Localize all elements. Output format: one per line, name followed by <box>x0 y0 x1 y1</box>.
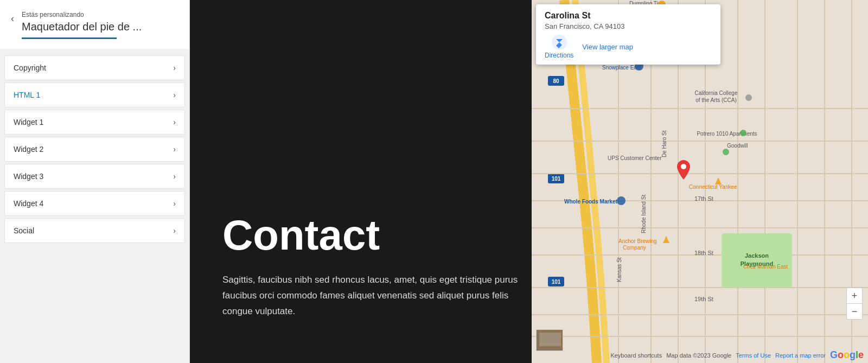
keyboard-shortcuts[interactable]: Keyboard shortcuts <box>610 352 662 359</box>
svg-text:17th St: 17th St <box>694 195 713 202</box>
popup-location-name: Carolina St <box>545 11 712 21</box>
sidebar-items: Copyright › HTML 1 › Widget 1 › Widget 2… <box>0 49 189 363</box>
svg-point-49 <box>723 149 729 155</box>
map-popup: Carolina St San Francisco, CA 94103 Dire… <box>536 4 720 65</box>
chevron-right-icon: › <box>173 172 176 181</box>
svg-text:Rhode Island St: Rhode Island St <box>641 195 647 233</box>
svg-text:18th St: 18th St <box>694 250 713 256</box>
svg-text:101: 101 <box>552 279 561 285</box>
directions-button[interactable]: Directions <box>545 35 573 59</box>
svg-text:19th St: 19th St <box>694 296 713 302</box>
zoom-out-button[interactable]: − <box>847 304 862 319</box>
sidebar-item-widget3[interactable]: Widget 3 › <box>4 164 185 189</box>
map-attribution: Keyboard shortcuts Map data ©2023 Google… <box>532 349 868 361</box>
directions-label: Directions <box>545 52 573 59</box>
back-button[interactable]: ‹ <box>9 11 16 27</box>
popup-actions: Directions View larger map <box>545 35 712 59</box>
sidebar-item-label: Widget 4 <box>14 199 43 208</box>
svg-text:of the Arts (CCA): of the Arts (CCA) <box>695 97 737 103</box>
sidebar: ‹ Estás personalizando Maquetador del pi… <box>0 0 190 363</box>
sidebar-item-widget4[interactable]: Widget 4 › <box>4 191 185 216</box>
sidebar-item-widget1[interactable]: Widget 1 › <box>4 110 185 135</box>
sidebar-item-label: Widget 3 <box>14 172 43 181</box>
main-content: Contact Sagittis, faucibus nibh sed rhon… <box>190 0 532 363</box>
popup-address: San Francisco, CA 94103 <box>545 22 712 30</box>
sidebar-item-label: Copyright <box>14 63 46 72</box>
svg-text:De Haro St: De Haro St <box>661 130 667 157</box>
zoom-in-button[interactable]: + <box>847 288 862 303</box>
contact-title: Contact <box>222 214 526 256</box>
chevron-right-icon: › <box>173 63 176 72</box>
svg-text:Jackson: Jackson <box>745 252 769 259</box>
svg-text:Whole Foods Market: Whole Foods Market <box>564 199 617 205</box>
map-data-label: Map data ©2023 Google <box>666 352 731 359</box>
chevron-right-icon: › <box>173 91 176 99</box>
report-map-error[interactable]: Report a map error <box>775 352 826 359</box>
sidebar-item-social[interactable]: Social › <box>4 218 185 243</box>
sidebar-item-html1[interactable]: HTML 1 › <box>4 82 185 107</box>
chevron-right-icon: › <box>173 145 176 154</box>
terms-of-use[interactable]: Terms of Use <box>736 352 771 359</box>
svg-text:Potrero 1010 Apartments: Potrero 1010 Apartments <box>697 131 757 137</box>
chevron-right-icon: › <box>173 199 176 208</box>
map-pin <box>677 160 690 182</box>
svg-text:Kansas St: Kansas St <box>616 257 622 282</box>
sidebar-item-label: Social <box>14 226 34 235</box>
svg-text:101: 101 <box>552 176 561 182</box>
sidebar-header: ‹ Estás personalizando Maquetador del pi… <box>0 0 189 49</box>
street-view-thumbnail[interactable] <box>536 329 563 351</box>
svg-text:California College: California College <box>695 90 738 96</box>
svg-point-47 <box>745 94 752 101</box>
sidebar-item-label: Widget 2 <box>14 145 43 154</box>
directions-icon <box>552 35 567 50</box>
customizing-label: Estás personalizando <box>22 11 142 18</box>
svg-text:UPS Customer Center: UPS Customer Center <box>608 155 662 161</box>
svg-text:Company: Company <box>623 245 646 251</box>
section-title: Maquetador del pie de ... <box>22 21 142 33</box>
svg-text:Chez Maman East: Chez Maman East <box>743 264 788 270</box>
contact-description: Sagittis, faucibus nibh sed rhoncus lacu… <box>222 272 526 320</box>
svg-point-35 <box>740 130 746 136</box>
sidebar-item-label: HTML 1 <box>14 91 40 99</box>
svg-point-38 <box>617 196 626 205</box>
blue-line <box>22 37 117 39</box>
sidebar-item-copyright[interactable]: Copyright › <box>4 55 185 80</box>
svg-text:Anchor Brewing: Anchor Brewing <box>618 238 657 244</box>
chevron-right-icon: › <box>173 118 176 126</box>
svg-point-56 <box>681 164 686 169</box>
contact-section: Contact Sagittis, faucibus nibh sed rhon… <box>222 214 526 320</box>
svg-text:80: 80 <box>553 78 559 84</box>
header-text: Estás personalizando Maquetador del pie … <box>22 7 142 39</box>
svg-text:Connecticut Yankee: Connecticut Yankee <box>689 184 737 190</box>
zoom-controls: + − <box>846 288 863 320</box>
chevron-right-icon: › <box>173 226 176 235</box>
svg-rect-58 <box>539 333 561 346</box>
sidebar-item-widget2[interactable]: Widget 2 › <box>4 137 185 162</box>
map-section: 101 101 80 De Haro St Rhode Island St 17… <box>532 0 868 363</box>
google-logo: Google <box>830 349 864 361</box>
view-larger-map-button[interactable]: View larger map <box>582 43 633 51</box>
svg-text:Goodwill: Goodwill <box>727 143 748 149</box>
sidebar-item-label: Widget 1 <box>14 118 43 126</box>
